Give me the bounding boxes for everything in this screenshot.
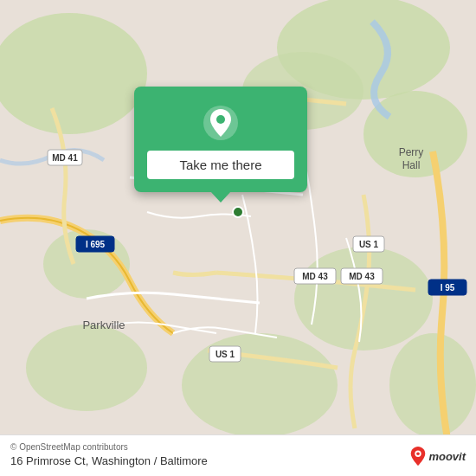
map-container: MD 147 MD 41 I 695 US 1 MD 43 MD 43 US 1… xyxy=(0,0,476,476)
svg-text:I 95: I 95 xyxy=(441,283,455,293)
moovit-logo: moovit xyxy=(410,447,466,466)
svg-point-31 xyxy=(216,115,225,124)
svg-text:Parkville: Parkville xyxy=(82,318,125,331)
svg-text:Perry: Perry xyxy=(399,146,424,158)
svg-text:Hall: Hall xyxy=(402,159,421,171)
svg-text:MD 41: MD 41 xyxy=(52,153,78,163)
svg-text:MD 43: MD 43 xyxy=(302,272,328,281)
svg-text:I 695: I 695 xyxy=(86,240,106,249)
location-pin-icon xyxy=(202,104,240,142)
svg-text:US 1: US 1 xyxy=(359,240,379,249)
popup-card: Take me there xyxy=(134,87,307,192)
svg-point-8 xyxy=(26,325,147,411)
svg-point-33 xyxy=(417,452,421,455)
svg-text:US 1: US 1 xyxy=(215,350,235,359)
bottom-bar: © OpenStreetMap contributors 16 Primrose… xyxy=(0,434,476,476)
map-svg: MD 147 MD 41 I 695 US 1 MD 43 MD 43 US 1… xyxy=(0,0,476,476)
moovit-text: moovit xyxy=(428,450,466,463)
address-line: 16 Primrose Ct, Washington / Baltimore xyxy=(10,454,466,467)
copyright-text: © OpenStreetMap contributors xyxy=(10,442,466,452)
moovit-pin-icon xyxy=(410,447,426,466)
svg-point-7 xyxy=(182,333,338,437)
svg-point-9 xyxy=(389,333,476,437)
svg-point-29 xyxy=(233,207,243,217)
svg-text:MD 43: MD 43 xyxy=(349,272,375,281)
take-me-there-button[interactable]: Take me there xyxy=(147,151,294,179)
